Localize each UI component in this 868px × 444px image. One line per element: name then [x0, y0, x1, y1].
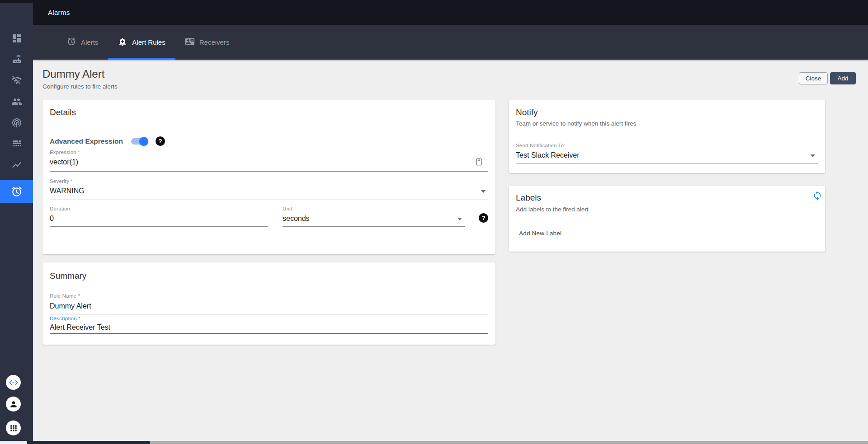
- advanced-expression-toggle[interactable]: [131, 138, 147, 145]
- summary-card: Summary Rule Name * Dummy Alert Descript…: [42, 262, 495, 345]
- advanced-expression-help-icon[interactable]: ?: [156, 136, 165, 146]
- severity-underline: [50, 200, 488, 200]
- add-button[interactable]: Add: [830, 72, 856, 84]
- tab-receivers[interactable]: Receivers: [175, 25, 240, 60]
- rule-name-input[interactable]: Dummy Alert: [50, 302, 91, 310]
- unit-select[interactable]: seconds: [283, 215, 310, 223]
- horizontal-scrollbar[interactable]: [27, 441, 868, 444]
- tab-alert-rules-label: Alert Rules: [132, 38, 165, 46]
- labels-subtitle: Add labels to the fired alert: [516, 206, 589, 213]
- unit-underline: [283, 226, 465, 227]
- labels-card: Labels Add labels to the fired alert Add…: [509, 186, 825, 252]
- receiver-select[interactable]: Test Slack Receiver: [516, 151, 580, 159]
- bell-plus-icon: [118, 37, 127, 47]
- close-button[interactable]: Close: [799, 72, 828, 84]
- rule-name-underline: [50, 314, 488, 314]
- sidebar: [0, 3, 33, 441]
- summary-title: Summary: [50, 271, 86, 281]
- account-icon[interactable]: [6, 397, 21, 411]
- add-new-label-button[interactable]: Add New Label: [514, 226, 566, 240]
- alarm-icon[interactable]: [0, 180, 33, 203]
- expression-underline: [50, 171, 488, 172]
- rule-name-label: Rule Name *: [50, 293, 80, 299]
- unit-label: Unit: [283, 206, 292, 211]
- trend-chart-icon[interactable]: [0, 154, 33, 176]
- app-title: Alarms: [48, 9, 70, 16]
- receiver-caret-icon[interactable]: [811, 154, 815, 157]
- users-icon[interactable]: [0, 91, 33, 112]
- duration-underline: [50, 226, 268, 227]
- duration-label: Duration: [50, 206, 70, 211]
- duration-input[interactable]: 0: [50, 215, 54, 223]
- notify-title: Notify: [516, 107, 538, 117]
- alarm-clock-icon: [67, 37, 76, 47]
- page-subtitle: Configure rules to fire alerts: [42, 83, 118, 90]
- topbar: Alarms: [0, 0, 868, 25]
- clipboard-icon[interactable]: [475, 158, 483, 168]
- apps-grid-icon[interactable]: [6, 421, 21, 435]
- notify-card: Notify Team or service to notify when th…: [509, 100, 825, 173]
- podcasts-icon[interactable]: [0, 112, 33, 134]
- severity-label: Severity *: [50, 178, 73, 184]
- wifi-off-icon[interactable]: [0, 70, 33, 91]
- app-window: Alarms Alerts Alert Rules Receivers Dumm…: [0, 0, 868, 444]
- receiver-underline: [516, 163, 818, 164]
- unit-caret-icon[interactable]: [458, 218, 462, 220]
- code-brackets-icon[interactable]: [6, 375, 21, 390]
- tab-receivers-label: Receivers: [199, 38, 230, 46]
- send-notification-label: Send Notification To:: [516, 143, 565, 148]
- notify-subtitle: Team or service to notify when this aler…: [516, 120, 636, 127]
- description-underline-focused: [50, 333, 488, 334]
- details-card: Details Advanced Expression ? Expression…: [42, 100, 495, 254]
- storage-rows-icon[interactable]: [0, 133, 33, 154]
- expression-input[interactable]: vector(1): [50, 158, 78, 166]
- dashboard-icon[interactable]: [0, 28, 33, 49]
- tab-alerts-label: Alerts: [81, 38, 98, 46]
- severity-caret-icon[interactable]: [481, 190, 486, 193]
- tab-alerts[interactable]: Alerts: [57, 25, 108, 60]
- advanced-expression-label: Advanced Expression: [50, 137, 123, 145]
- description-input[interactable]: Alert Receiver Test: [50, 323, 110, 332]
- horizontal-scrollbar-thumb[interactable]: [27, 441, 150, 444]
- details-title: Details: [50, 107, 76, 117]
- expression-label: Expression *: [50, 150, 80, 155]
- sync-icon[interactable]: [812, 191, 822, 202]
- labels-title: Labels: [516, 193, 541, 203]
- tab-alert-rules[interactable]: Alert Rules: [108, 25, 175, 60]
- description-label: Description *: [50, 316, 80, 321]
- page-title: Dummy Alert: [42, 68, 104, 80]
- contact-card-icon: [185, 37, 194, 47]
- duration-help-icon[interactable]: ?: [479, 213, 488, 223]
- router-icon[interactable]: [0, 48, 33, 70]
- severity-select[interactable]: WARNING: [50, 187, 85, 195]
- tab-bar: Alerts Alert Rules Receivers: [33, 25, 868, 60]
